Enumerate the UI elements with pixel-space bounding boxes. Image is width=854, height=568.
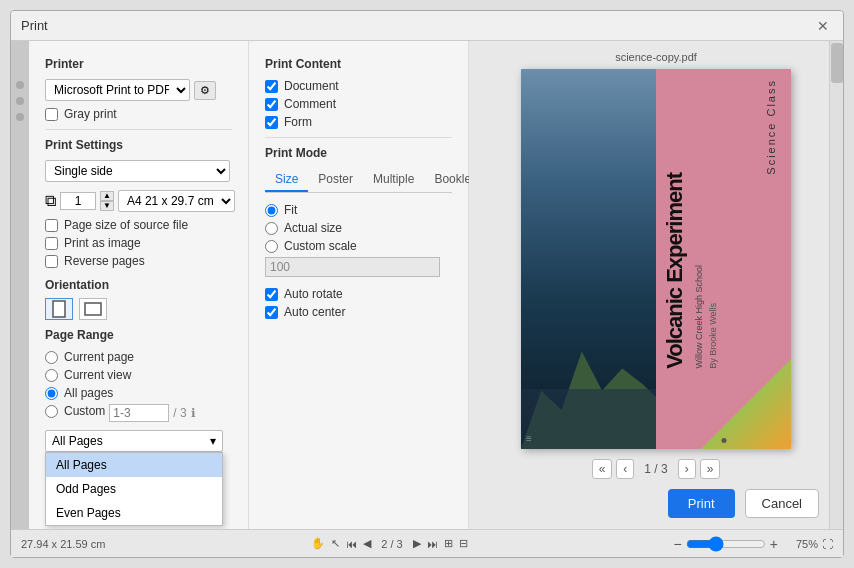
preview-author: By Brooke Wells — [708, 303, 718, 369]
pages-dropdown[interactable]: All Pages ▾ — [45, 430, 223, 452]
reverse-pages-label: Reverse pages — [45, 254, 232, 268]
page-indicator: 1 / 3 — [638, 462, 673, 476]
document-checkbox[interactable] — [265, 80, 278, 93]
print-content-title: Print Content — [265, 57, 452, 71]
preview-book: ≡ Science Class Volcanic Experiment Will… — [521, 69, 791, 449]
fit-radio[interactable] — [265, 204, 278, 217]
print-mode-title: Print Mode — [265, 146, 452, 160]
zoom-row: − + 75% ⛶ — [674, 536, 833, 552]
copies-down-button[interactable]: ▼ — [100, 201, 114, 211]
tab-poster[interactable]: Poster — [308, 168, 363, 192]
tab-multiple[interactable]: Multiple — [363, 168, 424, 192]
gray-print-checkbox[interactable] — [45, 108, 58, 121]
dropdown-item-all-pages[interactable]: All Pages — [46, 453, 222, 477]
reverse-pages-checkbox[interactable] — [45, 255, 58, 268]
prev-page-status-button[interactable]: ◀ — [363, 537, 371, 550]
scale-input[interactable] — [265, 257, 440, 277]
auto-rotate-label: Auto rotate — [265, 287, 452, 301]
auto-center-label: Auto center — [265, 305, 452, 319]
copies-input[interactable] — [60, 192, 96, 210]
printer-row: Microsoft Print to PDF ⚙ — [45, 79, 232, 101]
zoom-in-button[interactable]: + — [770, 536, 778, 552]
page-dot — [16, 113, 24, 121]
first-page-status-button[interactable]: ⏮ — [346, 538, 357, 550]
zoom-slider[interactable] — [686, 536, 766, 552]
comment-checkbox[interactable] — [265, 98, 278, 111]
current-view-radio[interactable] — [45, 369, 58, 382]
svg-rect-0 — [53, 301, 65, 317]
title-bar: Print ✕ — [11, 11, 843, 41]
info-icon[interactable]: ℹ — [191, 406, 196, 420]
prev-page-button[interactable]: ‹ — [616, 459, 634, 479]
printer-section-title: Printer — [45, 57, 232, 71]
copies-up-button[interactable]: ▲ — [100, 191, 114, 201]
preview-bottom-graphic — [701, 359, 791, 449]
copies-row: ⧉ ▲ ▼ A4 21 x 29.7 cm — [45, 190, 232, 212]
page-range-section: Current page Current view All pages Cust… — [45, 350, 232, 422]
custom-radio[interactable] — [45, 405, 58, 418]
preview-right-page: Science Class Volcanic Experiment Willow… — [656, 69, 791, 449]
middle-panel: Print Content Document Comment Form Prin… — [249, 41, 469, 529]
print-as-image-label: Print as image — [45, 236, 232, 250]
tab-size[interactable]: Size — [265, 168, 308, 192]
zoom-value: 75% — [782, 538, 818, 550]
last-page-button[interactable]: » — [700, 459, 721, 479]
auto-rotate-checkbox[interactable] — [265, 288, 278, 301]
fit-width-icon[interactable]: ⊟ — [459, 537, 468, 550]
printer-properties-button[interactable]: ⚙ — [194, 81, 216, 100]
all-pages-radio[interactable] — [45, 387, 58, 400]
next-page-button[interactable]: › — [678, 459, 696, 479]
form-label: Form — [265, 115, 452, 129]
paper-size-select[interactable]: A4 21 x 29.7 cm — [118, 190, 235, 212]
chevron-down-icon: ▾ — [210, 434, 216, 448]
fit-page-icon[interactable]: ⊞ — [444, 537, 453, 550]
fit-radio-group: Fit Actual size Custom scale — [265, 203, 452, 253]
form-checkbox[interactable] — [265, 116, 278, 129]
last-page-status-button[interactable]: ⏭ — [427, 538, 438, 550]
first-page-button[interactable]: « — [592, 459, 613, 479]
hand-tool-icon[interactable]: ✋ — [311, 537, 325, 550]
print-dialog: Print ✕ Printer Microsoft Print to PDF ⚙… — [10, 10, 844, 558]
custom-scale-label: Custom scale — [265, 239, 452, 253]
page-range-title: Page Range — [45, 328, 232, 342]
page-size-source-label: Page size of source file — [45, 218, 232, 232]
print-button[interactable]: Print — [668, 489, 735, 518]
preview-scrollbar[interactable] — [829, 41, 843, 529]
menu-icon: ≡ — [526, 433, 532, 444]
page-nav: « ‹ 1 / 3 › » — [592, 459, 721, 479]
custom-label: Custom — [45, 404, 105, 418]
side-select[interactable]: Single side Both sides (Flip on Long edg… — [45, 160, 230, 182]
water-reflection — [521, 389, 656, 449]
dropdown-item-even-pages[interactable]: Even Pages — [46, 501, 222, 525]
zoom-out-button[interactable]: − — [674, 536, 682, 552]
dropdown-item-odd-pages[interactable]: Odd Pages — [46, 477, 222, 501]
preview-school: Willow Creek High School — [694, 265, 704, 369]
print-as-image-checkbox[interactable] — [45, 237, 58, 250]
page-dot-indicator — [721, 438, 726, 443]
document-label: Document — [265, 79, 452, 93]
select-tool-icon[interactable]: ↖ — [331, 537, 340, 550]
custom-range-input[interactable] — [109, 404, 169, 422]
actual-size-label: Actual size — [265, 221, 452, 235]
custom-row: Custom / 3 ℹ — [45, 404, 232, 422]
all-pages-label: All pages — [45, 386, 232, 400]
auto-center-checkbox[interactable] — [265, 306, 278, 319]
current-page-radio[interactable] — [45, 351, 58, 364]
print-mode-tabs: Size Poster Multiple Booklet — [265, 168, 452, 193]
page-size-source-checkbox[interactable] — [45, 219, 58, 232]
current-view-label: Current view — [45, 368, 232, 382]
next-page-status-button[interactable]: ▶ — [413, 537, 421, 550]
custom-scale-radio[interactable] — [265, 240, 278, 253]
printer-select[interactable]: Microsoft Print to PDF — [45, 79, 190, 101]
portrait-button[interactable] — [45, 298, 73, 320]
copies-spinner: ▲ ▼ — [100, 191, 114, 211]
current-page-label: Current page — [45, 350, 232, 364]
close-button[interactable]: ✕ — [813, 18, 833, 34]
landscape-button[interactable] — [79, 298, 107, 320]
actual-size-radio[interactable] — [265, 222, 278, 235]
comment-label: Comment — [265, 97, 452, 111]
preview-title: Volcanic Experiment — [664, 173, 686, 369]
fullscreen-icon[interactable]: ⛶ — [822, 538, 833, 550]
copies-icon: ⧉ — [45, 192, 56, 210]
cancel-button[interactable]: Cancel — [745, 489, 819, 518]
